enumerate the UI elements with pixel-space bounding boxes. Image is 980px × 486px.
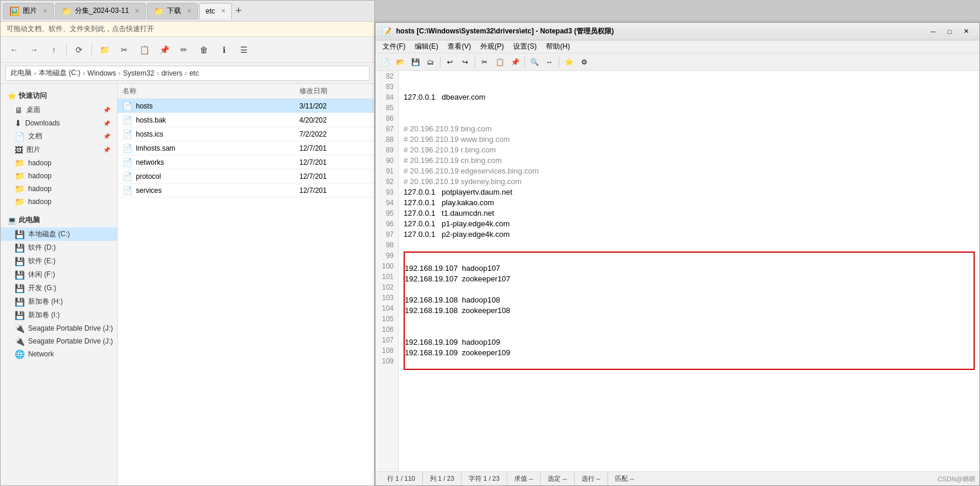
breadcrumb-sys32: System32 bbox=[123, 69, 154, 77]
sidebar-item-j1[interactable]: 🔌 Seagate Portable Drive (J:) bbox=[1, 322, 117, 335]
np-save-btn[interactable]: 💾 bbox=[408, 55, 422, 69]
file-row-hosts-bak[interactable]: 📄 hosts.bak 4/20/202 bbox=[118, 113, 374, 127]
back-button[interactable]: ← bbox=[5, 41, 23, 59]
np-new-btn[interactable]: 📄 bbox=[378, 55, 392, 69]
file-row-hosts[interactable]: 📄 hosts 3/11/202 bbox=[118, 99, 374, 113]
status-lines: 选行 -- bbox=[575, 472, 608, 485]
sidebar-item-downloads[interactable]: ⬇ Downloads 📌 bbox=[1, 117, 117, 130]
np-paste-btn[interactable]: 📌 bbox=[508, 55, 522, 69]
protocol-filename: protocol bbox=[136, 172, 296, 181]
sidebar-item-hadoop3[interactable]: 📁 hadoop bbox=[1, 182, 117, 195]
paste-button[interactable]: 📌 bbox=[155, 41, 173, 59]
delete-button[interactable]: 🗑 bbox=[195, 41, 213, 59]
tab-folder-close[interactable]: ✕ bbox=[135, 8, 139, 14]
status-chars: 字符 1 / 23 bbox=[462, 472, 507, 485]
status-value: 求值 -- bbox=[507, 472, 541, 485]
rename-button[interactable]: ✏ bbox=[175, 41, 193, 59]
tab-downloads-close[interactable]: ✕ bbox=[187, 8, 192, 14]
status-selection: 选定 -- bbox=[541, 472, 574, 485]
tab-etc-close[interactable]: ✕ bbox=[221, 8, 226, 14]
code-content[interactable]: 127.0.0.1 dbeaver.com # 20.196.210.19 bi… bbox=[399, 71, 979, 471]
tab-etc[interactable]: etc ✕ bbox=[199, 3, 232, 19]
sidebar-item-network[interactable]: 🌐 Network bbox=[1, 348, 117, 361]
sidebar-item-i[interactable]: 💾 新加卷 (I:) bbox=[1, 308, 117, 322]
np-open-btn[interactable]: 📂 bbox=[393, 55, 407, 69]
sidebar-item-g[interactable]: 💾 开发 (G:) bbox=[1, 281, 117, 295]
pictures-tab-icon: 🖼️ bbox=[9, 6, 19, 16]
np-save-all-btn[interactable]: 🗂 bbox=[424, 55, 438, 69]
np-bookmark-btn[interactable]: ⭐ bbox=[562, 55, 576, 69]
sidebar-item-j2[interactable]: 🔌 Seagate Portable Drive (J:) bbox=[1, 335, 117, 348]
menu-view[interactable]: 查看(V) bbox=[443, 40, 476, 53]
np-cut-btn[interactable]: ✂ bbox=[477, 55, 491, 69]
maximize-button[interactable]: □ bbox=[942, 26, 957, 38]
sidebar-item-docs[interactable]: 📄 文档 📌 bbox=[1, 130, 117, 143]
address-input[interactable]: 此电脑 › 本地磁盘 (C:) › Windows › System32 › d… bbox=[5, 66, 370, 81]
np-copy-btn[interactable]: 📋 bbox=[493, 55, 507, 69]
sidebar-item-hadoop4[interactable]: 📁 hadoop bbox=[1, 195, 117, 208]
refresh-button[interactable]: ⟳ bbox=[70, 41, 88, 59]
hadoop2-icon: 📁 bbox=[15, 171, 25, 181]
sidebar-item-hadoop1[interactable]: 📁 hadoop bbox=[1, 157, 117, 169]
tab-etc-label: etc bbox=[206, 7, 215, 15]
breadcrumb-etc: etc bbox=[189, 69, 199, 77]
view-button[interactable]: ☰ bbox=[235, 41, 252, 59]
tab-pictures-close[interactable]: ✕ bbox=[43, 8, 47, 14]
drive-e-icon: 💾 bbox=[15, 257, 25, 266]
cut-button[interactable]: ✂ bbox=[115, 41, 133, 59]
np-replace-btn[interactable]: ↔ bbox=[542, 55, 556, 69]
new-folder-button[interactable]: 📁 bbox=[95, 41, 113, 59]
tab-downloads-label: 下载 bbox=[167, 6, 181, 16]
add-tab-button[interactable]: + bbox=[235, 5, 242, 17]
np-undo-btn[interactable]: ↩ bbox=[443, 55, 457, 69]
sidebar-item-pictures[interactable]: 🖼 图片 📌 bbox=[1, 143, 117, 157]
file-row-hosts-ics[interactable]: 📄 hosts.ics 7/2/2022 bbox=[118, 127, 374, 141]
notepad-toolbar: 📄 📂 💾 🗂 ↩ ↪ ✂ 📋 📌 🔍 ↔ ⭐ ⚙ bbox=[375, 53, 979, 71]
menu-appearance[interactable]: 外观(P) bbox=[476, 40, 508, 53]
drive-c-icon: 💾 bbox=[15, 230, 25, 239]
menu-settings[interactable]: 设置(S) bbox=[508, 40, 541, 53]
np-settings-btn[interactable]: ⚙ bbox=[577, 55, 591, 69]
menu-edit[interactable]: 编辑(E) bbox=[410, 40, 443, 53]
sidebar-item-c[interactable]: 💾 本地磁盘 (C:) bbox=[1, 227, 117, 241]
lmhosts-date: 12/7/201 bbox=[299, 144, 370, 152]
menu-help[interactable]: 帮助(H) bbox=[541, 40, 575, 53]
file-row-protocol[interactable]: 📄 protocol 12/7/201 bbox=[118, 169, 374, 183]
np-redo-btn[interactable]: ↪ bbox=[458, 55, 472, 69]
file-row-services[interactable]: 📄 services 12/7/201 bbox=[118, 183, 374, 198]
menu-file[interactable]: 文件(F) bbox=[378, 40, 410, 53]
up-button[interactable]: ↑ bbox=[45, 41, 63, 59]
sidebar-item-e[interactable]: 💾 软件 (E:) bbox=[1, 254, 117, 268]
breadcrumb-sep-4: › bbox=[156, 69, 159, 77]
drive-j2-icon: 🔌 bbox=[15, 337, 25, 346]
notepad-title-bar: 📝 hosts [C:\Windows\System32\drivers\etc… bbox=[375, 23, 979, 40]
sidebar-item-hadoop2[interactable]: 📁 hadoop bbox=[1, 169, 117, 182]
tab-downloads[interactable]: 📁 下载 ✕ bbox=[147, 3, 198, 19]
close-button[interactable]: ✕ bbox=[958, 26, 974, 38]
sidebar-item-h[interactable]: 💾 新加卷 (H:) bbox=[1, 295, 117, 308]
tab-pictures[interactable]: 🖼️ 图片 ✕ bbox=[3, 3, 54, 19]
sidebar-item-f[interactable]: 💾 休闲 (F:) bbox=[1, 268, 117, 281]
main-area: ⭐ 快速访问 🖥 桌面 📌 ⬇ Downloads 📌 📄 文档 📌 🖼 图片 bbox=[1, 84, 374, 485]
sidebar-item-d[interactable]: 💾 软件 (D:) bbox=[1, 241, 117, 254]
explorer-window: 🖼️ 图片 ✕ 📁 分集_2024-03-11 ✕ 📁 下载 ✕ etc ✕ +… bbox=[0, 0, 375, 486]
sidebar-item-desktop[interactable]: 🖥 桌面 📌 bbox=[1, 103, 117, 117]
protocol-date: 12/7/201 bbox=[299, 172, 370, 181]
properties-button[interactable]: ℹ bbox=[215, 41, 233, 59]
hadoop1-icon: 📁 bbox=[15, 158, 25, 168]
tab-folder[interactable]: 📁 分集_2024-03-11 ✕ bbox=[55, 3, 146, 19]
breadcrumb-thispc: 此电脑 bbox=[11, 68, 32, 78]
file-row-lmhosts[interactable]: 📄 lmhosts.sam 12/7/201 bbox=[118, 141, 374, 155]
pin-icon-pictures: 📌 bbox=[103, 147, 110, 153]
drive-i-icon: 💾 bbox=[15, 311, 25, 320]
pin-icon-desktop: 📌 bbox=[103, 107, 110, 113]
np-find-btn[interactable]: 🔍 bbox=[527, 55, 541, 69]
toolbar-sep-2 bbox=[91, 44, 92, 56]
protocol-icon: 📄 bbox=[122, 172, 132, 181]
minimize-button[interactable]: ─ bbox=[926, 26, 941, 38]
services-icon: 📄 bbox=[122, 186, 132, 195]
forward-button[interactable]: → bbox=[25, 41, 43, 59]
file-row-networks[interactable]: 📄 networks 12/7/201 bbox=[118, 155, 374, 169]
copy-button[interactable]: 📋 bbox=[135, 41, 153, 59]
tab-bar: 🖼️ 图片 ✕ 📁 分集_2024-03-11 ✕ 📁 下载 ✕ etc ✕ + bbox=[1, 1, 374, 22]
